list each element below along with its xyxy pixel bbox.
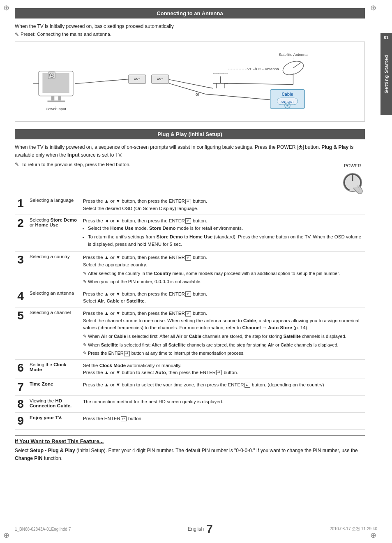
power-image-area: POWER	[340, 163, 365, 195]
step-row-1: 1 Selecting a language Press the ▲ or ▼ …	[15, 195, 365, 215]
step-num-7: 7	[15, 379, 28, 396]
step-num-1: 1	[15, 195, 28, 215]
side-tab-label: Getting Started	[384, 55, 389, 93]
page-container: ⊕ ⊕ 01 Getting Started Connecting to an …	[0, 0, 392, 543]
step-5-note-1: ✎ When Air or Cable is selected first: A…	[83, 333, 365, 340]
step-row-8: 8 Viewing the HD Connection Guide. The c…	[15, 396, 365, 413]
reset-title: If You Want to Reset This Feature...	[15, 438, 365, 444]
plug-play-section: Plug & Play (Initial Setup) When the TV …	[15, 129, 365, 430]
step-title-5: Selecting a channel	[28, 307, 81, 359]
step-row-6: 6 Setting the Clock Mode Set the Clock M…	[15, 359, 365, 379]
section2-header: Plug & Play (Initial Setup)	[15, 129, 365, 139]
svg-rect-1	[42, 73, 69, 93]
step-row-5: 5 Selecting a channel Press the ▲ or ▼ b…	[15, 307, 365, 359]
step-title-9: Enjoy your TV.	[28, 413, 81, 430]
reset-section: If You Want to Reset This Feature... Sel…	[15, 435, 365, 462]
section1-header: Connecting to an Antenna	[15, 8, 365, 18]
step-title-6: Setting the Clock Mode	[28, 359, 81, 379]
antenna-diagram: ANT ANT 〰〰〰 VHF/UHF Antenna Satellite An…	[15, 42, 365, 122]
step-3-note-2: ✎ When you input the PIN number, 0-0-0-0…	[83, 278, 365, 285]
step-desc-9: Press the ENTER↵ button.	[81, 413, 365, 430]
main-content: Connecting to an Antenna When the TV is …	[15, 8, 377, 462]
step-row-4: 4 Selecting an antenna Press the ▲ or ▼ …	[15, 288, 365, 307]
footer-pagenum: 7	[206, 522, 213, 536]
step-num-8: 8	[15, 396, 28, 413]
svg-rect-2	[51, 96, 54, 100]
svg-line-20	[293, 62, 301, 68]
svg-text:VHF/UHF Antenna: VHF/UHF Antenna	[247, 67, 279, 71]
step-5-note-2: ✎ When Satellite is selected first: Afte…	[83, 342, 365, 349]
crosshair-bottom-right: ⊕	[370, 531, 376, 540]
step-row-9: 9 Enjoy your TV. Press the ENTER↵ button…	[15, 413, 365, 430]
note-icon: ✎	[15, 32, 19, 37]
step-desc-1: Press the ▲ or ▼ button, then press the …	[81, 195, 365, 215]
antenna-svg: ANT ANT 〰〰〰 VHF/UHF Antenna Satellite An…	[23, 48, 356, 115]
plug-play-note: ✎ To return to the previous step, press …	[15, 162, 365, 167]
step-desc-7: Press the ▲ or ▼ button to select the yo…	[81, 379, 365, 396]
step-desc-3: Press the ▲ or ▼ button, then press the …	[81, 252, 365, 288]
svg-text:Cable: Cable	[282, 92, 293, 97]
step-title-4: Selecting an antenna	[28, 288, 81, 307]
section1-note: ✎ Preset: Connecting the mains and anten…	[15, 32, 365, 37]
step-title-8: Viewing the HD Connection Guide.	[28, 396, 81, 413]
svg-text:ANT: ANT	[134, 77, 140, 81]
footer-left: 1_BN68-02843A-01Eng.indd 7	[15, 527, 71, 531]
svg-rect-3	[58, 96, 61, 100]
crosshair-top-right: ⊕	[370, 3, 376, 12]
step-title-1: Selecting a language	[28, 195, 81, 215]
step-num-5: 5	[15, 307, 28, 359]
svg-text:or: or	[196, 92, 200, 97]
step-title-3: Selecting a country	[28, 252, 81, 288]
step-num-4: 4	[15, 288, 28, 307]
power-button-svg	[340, 169, 365, 194]
svg-line-25	[224, 83, 293, 85]
step-desc-5: Press the ▲ or ▼ button, then press the …	[81, 307, 365, 359]
step-num-9: 9	[15, 413, 28, 430]
side-tab: 01 Getting Started	[380, 33, 392, 115]
crosshair-bottom-left: ⊕	[3, 531, 9, 540]
footer-lang: English	[188, 526, 204, 532]
step-num-3: 3	[15, 252, 28, 288]
svg-line-34	[205, 94, 270, 100]
svg-text:Satellite Antenna: Satellite Antenna	[279, 53, 308, 57]
power-label: POWER	[340, 163, 365, 168]
footer-center: English 7	[188, 522, 213, 536]
svg-point-7	[51, 74, 53, 76]
step-row-7: 7 Time Zone Press the ▲ or ▼ button to s…	[15, 379, 365, 396]
svg-line-24	[169, 79, 213, 88]
svg-line-33	[169, 83, 205, 94]
side-tab-number: 01	[384, 35, 388, 40]
reset-text: Select Setup - Plug & Play (Initial Setu…	[15, 447, 365, 462]
step-row-2: 2 Selecting Store Demo or Home Use Press…	[15, 215, 365, 251]
section1-intro: When the TV is initially powered on, bas…	[15, 23, 365, 30]
crosshair-top-left: ⊕	[3, 3, 9, 12]
svg-point-32	[286, 104, 288, 106]
step-desc-6: Set the Clock Mode automatically or manu…	[81, 359, 365, 379]
step-row-3: 3 Selecting a country Press the ▲ or ▼ b…	[15, 252, 365, 288]
svg-rect-4	[48, 101, 65, 102]
steps-table: 1 Selecting a language Press the ▲ or ▼ …	[15, 195, 365, 430]
svg-text:〰〰〰: 〰〰〰	[213, 71, 228, 77]
svg-text:ANT: ANT	[157, 77, 163, 81]
step-desc-4: Press the ▲ or ▼ button, then press the …	[81, 288, 365, 307]
step-num-6: 6	[15, 359, 28, 379]
step-desc-2: Press the ◄ or ► button, then press the …	[81, 215, 365, 251]
step-num-2: 2	[15, 215, 28, 251]
step-3-note-1: ✎ After selecting the country in the Cou…	[83, 270, 365, 277]
plug-play-intro: When the TV is initially powered on, a s…	[15, 143, 365, 159]
step-title-7: Time Zone	[28, 379, 81, 396]
note-text-content: Preset: Connecting the mains and antenna…	[21, 32, 111, 37]
step-2-bullets: Select the Home Use mode. Store Demo mod…	[88, 224, 365, 248]
footer: 1_BN68-02843A-01Eng.indd 7 English 7 201…	[15, 522, 377, 536]
step-desc-8: The connection method for the best HD sc…	[81, 396, 365, 413]
step-5-note-3: ✎ Press the ENTER↵ button at any time to…	[83, 350, 365, 357]
step-title-2: Selecting Store Demo or Home Use	[28, 215, 81, 251]
